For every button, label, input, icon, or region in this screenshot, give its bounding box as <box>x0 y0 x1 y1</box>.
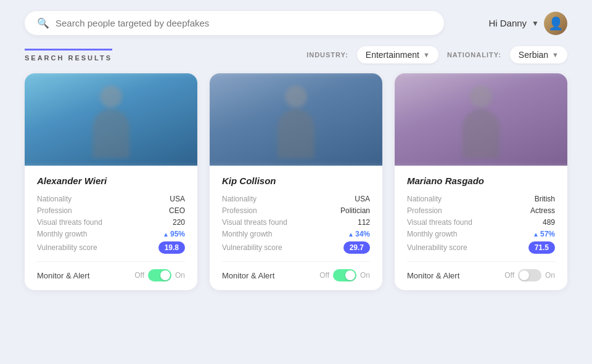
card-profession-row-1: Profession Politician <box>222 206 370 215</box>
monitor-row-2: Monitor & Alert Off On <box>407 269 555 281</box>
search-icon: 🔍 <box>37 17 49 29</box>
growth-label-0: Monthly growth <box>37 230 87 238</box>
card-image-1 <box>210 73 382 166</box>
filters: INDUSTRY: Entertainment ▼ NATIONALITY: S… <box>306 46 567 63</box>
profession-value-1: Politician <box>340 206 370 215</box>
nationality-label-1: Nationality <box>222 195 257 203</box>
toggle-off-label-2: Off <box>504 271 514 280</box>
avatar: 👤 <box>544 12 567 35</box>
user-menu[interactable]: Hi Danny ▼ 👤 <box>488 12 567 35</box>
card-profession-row-0: Profession CEO <box>37 206 185 215</box>
monitor-label-1: Monitor & Alert <box>222 271 274 280</box>
header: 🔍 Hi Danny ▼ 👤 <box>0 0 592 46</box>
card-vuln-row-2: Vulnerability score 71.5 <box>407 241 555 254</box>
monitor-label-0: Monitor & Alert <box>37 271 89 280</box>
card-image-0 <box>25 73 197 166</box>
monitor-toggle-1[interactable] <box>333 269 356 281</box>
vuln-label-0: Vulnerability score <box>37 243 97 252</box>
card-0: Alexander Wieri Nationality USA Professi… <box>25 73 197 290</box>
user-greeting: Hi Danny <box>488 18 527 28</box>
toggle-knob-0 <box>160 270 170 280</box>
card-body-2: Mariano Rasgado Nationality British Prof… <box>395 166 567 290</box>
card-growth-row-1: Monthly growth ▲34% <box>222 230 370 238</box>
card-divider-1 <box>222 261 370 262</box>
threats-label-0: Visual threats found <box>37 218 102 227</box>
monitor-label-2: Monitor & Alert <box>407 271 459 280</box>
toggle-off-label-0: Off <box>134 271 144 280</box>
nationality-value-0: USA <box>170 195 185 203</box>
industry-filter-select[interactable]: Entertainment ▼ <box>357 46 438 63</box>
silhouette-body-1 <box>278 109 314 158</box>
silhouette-body-2 <box>462 109 500 158</box>
vuln-badge-0: 19.8 <box>158 241 185 254</box>
growth-label-2: Monthly growth <box>407 230 457 238</box>
growth-arrow-icon-2: ▲ <box>533 231 539 238</box>
card-divider-0 <box>37 261 185 262</box>
monitor-toggle-2[interactable] <box>518 269 541 281</box>
person-silhouette-0 <box>86 86 136 166</box>
person-silhouette-1 <box>271 86 321 166</box>
toggle-on-label-0: On <box>175 271 185 280</box>
nationality-filter-label: NATIONALITY: <box>447 51 501 59</box>
industry-filter-label: INDUSTRY: <box>306 51 348 59</box>
profession-label-2: Profession <box>407 206 442 215</box>
growth-value-0: ▲95% <box>163 230 185 238</box>
section-title: SEARCH RESULTS <box>25 49 112 62</box>
card-vuln-row-0: Vulnerability score 19.8 <box>37 241 185 254</box>
threats-value-1: 112 <box>358 218 370 227</box>
industry-filter-value: Entertainment <box>366 50 419 60</box>
section-header: SEARCH RESULTS INDUSTRY: Entertainment ▼… <box>0 46 592 73</box>
card-body-1: Kip Collison Nationality USA Profession … <box>210 166 382 290</box>
toggle-on-label-1: On <box>360 271 370 280</box>
card-vuln-row-1: Vulnerability score 29.7 <box>222 241 370 254</box>
toggle-wrap-2: Off On <box>504 269 555 281</box>
toggle-knob-2 <box>519 270 529 280</box>
vuln-badge-1: 29.7 <box>343 241 370 254</box>
person-silhouette-2 <box>456 86 506 166</box>
toggle-knob-1 <box>345 270 355 280</box>
nationality-value-1: USA <box>355 195 370 203</box>
monitor-toggle-0[interactable] <box>148 269 171 281</box>
monitor-row-0: Monitor & Alert Off On <box>37 269 185 281</box>
nationality-value-2: British <box>535 195 555 203</box>
toggle-on-label-2: On <box>545 271 555 280</box>
silhouette-head-2 <box>470 86 492 108</box>
monitor-row-1: Monitor & Alert Off On <box>222 269 370 281</box>
card-threats-row-1: Visual threats found 112 <box>222 218 370 227</box>
vuln-label-2: Vulnerability score <box>407 243 467 252</box>
growth-arrow-icon-1: ▲ <box>348 231 354 238</box>
profession-value-2: Actress <box>530 206 555 215</box>
growth-arrow-icon-0: ▲ <box>163 231 169 238</box>
card-nationality-row-1: Nationality USA <box>222 195 370 203</box>
toggle-wrap-1: Off On <box>319 269 370 281</box>
growth-value-1: ▲34% <box>348 230 370 238</box>
card-nationality-row-2: Nationality British <box>407 195 555 203</box>
threats-label-1: Visual threats found <box>222 218 287 227</box>
card-1: Kip Collison Nationality USA Profession … <box>210 73 382 290</box>
card-growth-row-0: Monthly growth ▲95% <box>37 230 185 238</box>
nationality-filter-value: Serbian <box>519 50 548 60</box>
silhouette-head-0 <box>100 86 122 108</box>
profession-label-0: Profession <box>37 206 72 215</box>
card-threats-row-0: Visual threats found 220 <box>37 218 185 227</box>
card-threats-row-2: Visual threats found 489 <box>407 218 555 227</box>
profession-value-0: CEO <box>169 206 185 215</box>
card-body-0: Alexander Wieri Nationality USA Professi… <box>25 166 197 290</box>
profession-label-1: Profession <box>222 206 257 215</box>
industry-chevron-icon: ▼ <box>423 51 430 59</box>
nationality-label-0: Nationality <box>37 195 72 203</box>
nationality-filter-select[interactable]: Serbian ▼ <box>510 46 567 63</box>
threats-value-2: 489 <box>543 218 555 227</box>
vuln-label-1: Vulnerability score <box>222 243 282 252</box>
growth-value-2: ▲57% <box>533 230 555 238</box>
card-profession-row-2: Profession Actress <box>407 206 555 215</box>
search-input[interactable] <box>56 18 432 28</box>
search-bar[interactable]: 🔍 <box>25 11 444 35</box>
toggle-wrap-0: Off On <box>134 269 185 281</box>
vuln-badge-2: 71.5 <box>528 241 555 254</box>
silhouette-head-1 <box>285 86 307 108</box>
card-name-2: Mariano Rasgado <box>407 176 555 186</box>
nationality-label-2: Nationality <box>407 195 442 203</box>
growth-label-1: Monthly growth <box>222 230 272 238</box>
card-image-2 <box>395 73 567 166</box>
